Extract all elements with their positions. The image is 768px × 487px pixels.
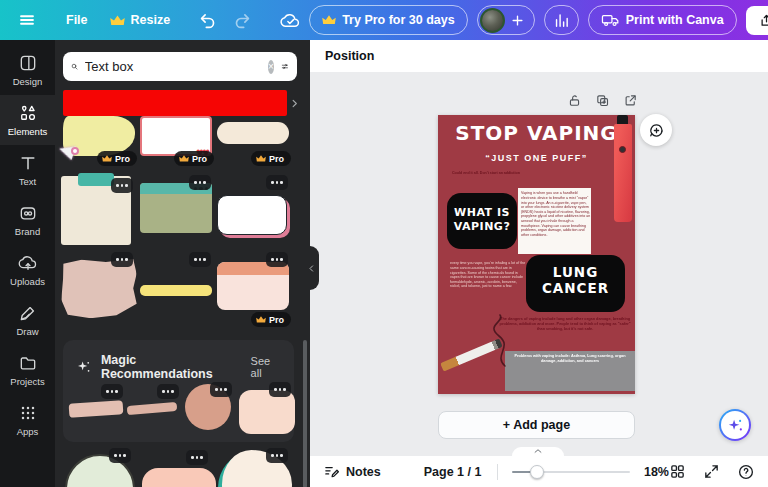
- sidebar-item-text[interactable]: Text: [0, 145, 55, 195]
- element-thumb-salmon-rect[interactable]: [142, 468, 216, 487]
- comment-button[interactable]: [640, 114, 672, 146]
- draw-icon: [18, 303, 38, 323]
- vape-pen-illustration: [614, 124, 632, 222]
- sidebar-item-elements[interactable]: Elements: [0, 95, 55, 145]
- see-all-link[interactable]: See all: [251, 355, 282, 379]
- more-options-button[interactable]: [186, 450, 208, 465]
- collapse-panel-button[interactable]: [304, 246, 319, 290]
- more-options-button[interactable]: [269, 382, 291, 397]
- pro-badge: Pro: [97, 151, 137, 166]
- chevron-left-icon: [307, 264, 316, 273]
- print-with-canva-button[interactable]: Print with Canva: [588, 5, 737, 35]
- account-menu[interactable]: [477, 5, 535, 35]
- notes-button[interactable]: Notes: [323, 463, 381, 480]
- pro-badge: Pro: [251, 312, 291, 327]
- sidebar-item-apps[interactable]: Apps: [0, 395, 55, 445]
- magic-recommendations-card: Magic Recommendations See all: [63, 340, 294, 442]
- more-options-button[interactable]: [111, 178, 133, 193]
- duplicate-page-button[interactable]: [595, 93, 610, 108]
- scroll-right-button[interactable]: [286, 90, 302, 116]
- divider: [497, 464, 498, 480]
- sidebar-item-brand[interactable]: Brand: [0, 195, 55, 245]
- red-element-banner[interactable]: [63, 90, 287, 116]
- zoom-slider-thumb[interactable]: [530, 465, 544, 479]
- poster-tagline: Could end it all. Don't start an addicti…: [452, 171, 564, 179]
- more-options-button[interactable]: [266, 448, 288, 463]
- magic-recommendations-header: Magic Recommendations See all: [63, 340, 294, 381]
- page-actions: [567, 93, 638, 108]
- more-options-button[interactable]: [189, 252, 211, 267]
- canvas[interactable]: STOP VAPING “JUST ONE PUFF” Could end it…: [310, 72, 768, 456]
- insights-button[interactable]: [544, 5, 579, 35]
- search-icon: [71, 59, 78, 74]
- undo-button[interactable]: [190, 5, 225, 36]
- grid-view-icon: [669, 463, 686, 480]
- sidebar-item-design[interactable]: Design: [0, 45, 55, 95]
- export-icon: [623, 93, 638, 108]
- crown-icon: [102, 154, 112, 163]
- main-menu-button[interactable]: [10, 5, 44, 35]
- pages-drawer-handle[interactable]: [512, 447, 564, 456]
- redo-button[interactable]: [225, 5, 260, 36]
- more-options-button[interactable]: [210, 382, 232, 397]
- save-status-button[interactable]: [272, 4, 309, 37]
- more-options-button[interactable]: [266, 252, 288, 267]
- pro-badge: Pro: [174, 151, 214, 166]
- text-icon: [18, 153, 38, 173]
- share-icon: [759, 13, 768, 28]
- assistant-sparkle-icon: [727, 417, 744, 434]
- element-thumb-sticky-note[interactable]: [63, 116, 135, 156]
- crown-icon: [256, 154, 266, 163]
- share-button[interactable]: Share: [746, 6, 768, 35]
- clipboard-clip: [78, 173, 114, 186]
- main-area: Position STOP VAPING “JUST ONE PUFF” Cou…: [310, 40, 768, 487]
- filter-icon[interactable]: [281, 58, 289, 75]
- top-bar: File Resize Try Pro for 30 days: [0, 0, 768, 40]
- file-menu-button[interactable]: File: [58, 7, 96, 33]
- apps-icon: [18, 403, 38, 423]
- lock-button[interactable]: [567, 93, 582, 108]
- element-thumb-cream-bar[interactable]: [217, 122, 289, 144]
- element-thumb-white-card[interactable]: [217, 195, 287, 235]
- element-thumb-brush-stroke[interactable]: [127, 402, 178, 415]
- magic-assistant-button[interactable]: [719, 409, 751, 441]
- more-options-button[interactable]: [109, 448, 131, 463]
- duplicate-icon: [595, 93, 610, 108]
- element-thumb-heart-note[interactable]: ♥♥: [140, 116, 212, 156]
- try-pro-button[interactable]: Try Pro for 30 days: [309, 5, 468, 35]
- resize-button[interactable]: Resize: [102, 7, 179, 33]
- search-input[interactable]: [85, 59, 261, 74]
- fullscreen-button[interactable]: [703, 463, 720, 480]
- element-thumb-brush-stroke[interactable]: [69, 400, 124, 418]
- zoom-slider[interactable]: [512, 465, 630, 479]
- poster-page[interactable]: STOP VAPING “JUST ONE PUFF” Could end it…: [438, 115, 635, 394]
- elements-icon: [18, 103, 38, 123]
- add-page-button[interactable]: + Add page: [438, 411, 635, 439]
- position-button[interactable]: Position: [316, 43, 383, 69]
- search-box: ×: [63, 52, 297, 81]
- more-options-button[interactable]: [157, 384, 179, 399]
- help-icon: [737, 463, 755, 481]
- brand-icon: [18, 203, 38, 223]
- pro-badge: Pro: [251, 151, 291, 166]
- cloud-check-icon: [280, 10, 301, 31]
- truck-icon: [601, 12, 620, 28]
- sidebar-item-draw[interactable]: Draw: [0, 295, 55, 345]
- panel-scrollbar[interactable]: [303, 340, 307, 487]
- export-page-button[interactable]: [623, 93, 638, 108]
- more-options-button[interactable]: [101, 384, 123, 399]
- crown-icon: [110, 14, 125, 27]
- element-thumb-pink-card[interactable]: [217, 262, 289, 310]
- more-options-button[interactable]: [189, 175, 211, 190]
- more-options-button[interactable]: [266, 175, 288, 190]
- element-thumb-highlight-bar[interactable]: [140, 285, 212, 296]
- clear-search-icon[interactable]: ×: [268, 60, 274, 74]
- help-button[interactable]: [737, 463, 755, 481]
- sidebar-item-projects[interactable]: Projects: [0, 345, 55, 395]
- more-options-button[interactable]: [111, 252, 133, 267]
- element-thumb-window[interactable]: [140, 183, 212, 233]
- uploads-icon: [18, 253, 38, 273]
- sidebar-item-uploads[interactable]: Uploads: [0, 245, 55, 295]
- grid-view-button[interactable]: [669, 463, 686, 480]
- projects-icon: [18, 353, 38, 373]
